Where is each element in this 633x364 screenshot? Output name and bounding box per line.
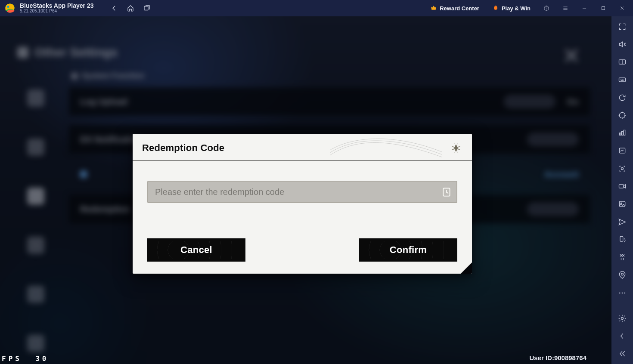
shake-button[interactable] xyxy=(615,252,629,262)
reward-center-label: Reward Center xyxy=(440,5,479,12)
workspace: Other Settings System Function Log Uploa… xyxy=(0,16,611,364)
svg-point-16 xyxy=(621,273,624,275)
titlebar: BlueStacks App Player 23 5.21.205.1001 P… xyxy=(0,0,633,16)
redemption-code-field[interactable] xyxy=(147,181,457,203)
settings-button[interactable] xyxy=(615,313,629,323)
svg-rect-12 xyxy=(619,185,624,188)
home-button[interactable] xyxy=(124,2,137,14)
crown-icon xyxy=(430,4,437,12)
right-toolbar xyxy=(611,16,633,364)
user-id: User ID:900898764 xyxy=(529,354,586,361)
fps-value: 30 xyxy=(35,355,49,363)
modal-close-button[interactable] xyxy=(450,142,462,154)
user-id-label: User ID: xyxy=(529,354,554,361)
app-title: BlueStacks App Player 23 xyxy=(20,3,93,9)
svg-point-19 xyxy=(624,292,626,293)
svg-rect-8 xyxy=(619,78,626,82)
flame-icon xyxy=(492,4,499,12)
airplane-button[interactable] xyxy=(615,217,629,227)
back-button[interactable] xyxy=(108,2,120,14)
collapse-rail-button[interactable] xyxy=(615,349,629,359)
paste-icon[interactable] xyxy=(441,186,452,197)
target-button[interactable] xyxy=(615,110,629,120)
confirm-button[interactable]: Confirm xyxy=(359,238,457,262)
fullscreen-button[interactable] xyxy=(615,22,629,31)
svg-point-9 xyxy=(619,112,625,118)
screenshot-button[interactable] xyxy=(615,163,629,173)
svg-marker-5 xyxy=(452,143,461,153)
reward-center-link[interactable]: Reward Center xyxy=(426,3,484,14)
location-button[interactable] xyxy=(615,270,629,280)
svg-point-18 xyxy=(622,292,623,293)
play-and-win-link[interactable]: Play & Win xyxy=(488,3,535,14)
svg-rect-13 xyxy=(619,201,625,207)
rotate-button[interactable] xyxy=(615,234,629,244)
bluestacks-logo-icon xyxy=(4,3,16,14)
close-window-button[interactable] xyxy=(615,2,630,14)
modal-title: Redemption Code xyxy=(142,142,224,154)
maximize-button[interactable] xyxy=(596,2,611,14)
fps-label: FPS xyxy=(2,355,22,363)
apk-button[interactable] xyxy=(615,146,629,156)
svg-rect-15 xyxy=(620,236,623,241)
fps-counter: FPS 30 xyxy=(2,355,49,362)
app-version: 5.21.205.1001 P64 xyxy=(20,9,93,14)
more-button[interactable] xyxy=(615,288,629,298)
redemption-modal: Redemption Code Cancel Confirm xyxy=(133,134,472,274)
svg-point-20 xyxy=(621,317,624,319)
confirm-label: Confirm xyxy=(390,244,427,256)
svg-rect-4 xyxy=(602,7,605,10)
volume-button[interactable] xyxy=(615,39,629,49)
keyboard-button[interactable] xyxy=(615,75,629,85)
keymap-button[interactable] xyxy=(615,57,629,67)
svg-point-0 xyxy=(7,6,9,8)
gallery-button[interactable] xyxy=(615,199,629,209)
svg-point-11 xyxy=(621,167,624,170)
sync-button[interactable] xyxy=(615,93,629,102)
recents-button[interactable] xyxy=(141,2,153,14)
title-block: BlueStacks App Player 23 5.21.205.1001 P… xyxy=(20,3,93,13)
user-id-value: 900898764 xyxy=(554,354,586,361)
cancel-label: Cancel xyxy=(180,244,212,256)
cancel-button[interactable]: Cancel xyxy=(147,238,245,262)
record-button[interactable] xyxy=(615,181,629,191)
svg-point-3 xyxy=(546,9,547,9)
minimize-button[interactable] xyxy=(577,2,592,14)
help-button[interactable] xyxy=(539,2,554,14)
play-win-label: Play & Win xyxy=(502,5,531,12)
redemption-code-input[interactable] xyxy=(155,187,433,197)
hamburger-menu-button[interactable] xyxy=(558,2,573,14)
multi-instance-button[interactable] xyxy=(615,128,629,138)
svg-rect-1 xyxy=(144,6,148,10)
svg-point-17 xyxy=(619,292,621,293)
collapse-back-button[interactable] xyxy=(615,331,629,341)
